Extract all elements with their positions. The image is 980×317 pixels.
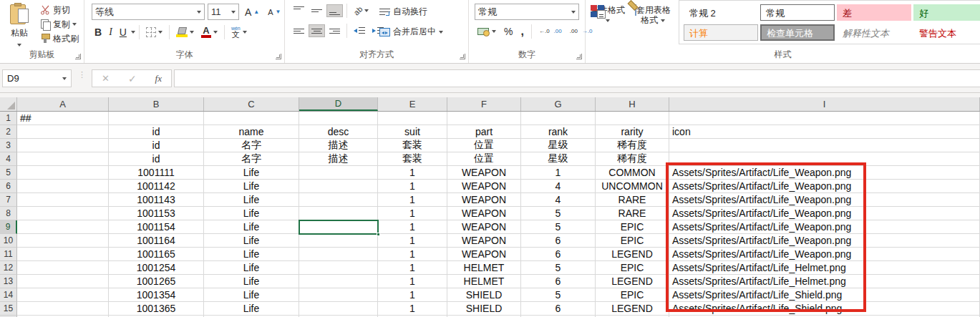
cell-G11[interactable]: 6	[521, 248, 596, 261]
style-chip-bad[interactable]: 差	[837, 4, 911, 21]
cell-A10[interactable]	[17, 234, 109, 248]
cell-G12[interactable]: 5	[521, 261, 596, 275]
format-painter-button[interactable]: 格式刷	[37, 31, 83, 46]
row-header-11[interactable]: 11	[0, 248, 17, 261]
cell-A11[interactable]	[17, 248, 109, 261]
cell-B15[interactable]: 1001365	[109, 302, 204, 316]
cell-G1[interactable]	[521, 112, 596, 125]
cell-E12[interactable]: 1	[378, 261, 447, 275]
row-header-6[interactable]: 6	[0, 180, 17, 193]
cell-E14[interactable]: 1	[378, 288, 447, 302]
cell-D10[interactable]	[299, 234, 378, 248]
cell-I2[interactable]: icon	[669, 125, 980, 139]
cell-F4[interactable]: 位置	[447, 152, 521, 166]
row-header-2[interactable]: 2	[0, 125, 17, 139]
increase-font-size-button[interactable]: A▲	[242, 4, 262, 20]
cell-C9[interactable]: Life	[204, 220, 299, 234]
column-header-I[interactable]: I	[669, 97, 980, 111]
cell-G10[interactable]: 6	[521, 234, 596, 248]
cell-B12[interactable]: 1001254	[109, 261, 204, 275]
cell-E5[interactable]: 1	[378, 166, 447, 180]
column-header-G[interactable]: G	[521, 97, 596, 111]
underline-caret-icon[interactable]	[131, 31, 135, 34]
row-header-15[interactable]: 15	[0, 302, 17, 316]
cell-H10[interactable]: EPIC	[596, 234, 669, 248]
copy-dropdown-caret-icon[interactable]	[72, 23, 77, 26]
style-chip-normal2[interactable]: 常规 2	[684, 4, 758, 21]
cell-I15[interactable]: Assets/Sprites/Artifact/Life_Shield.png	[669, 302, 980, 316]
cell-I1[interactable]	[669, 112, 980, 125]
cell-B11[interactable]: 1001165	[109, 248, 204, 261]
cell-F12[interactable]: HELMET	[447, 261, 521, 275]
cell-G9[interactable]: 5	[521, 220, 596, 234]
cell-I13[interactable]: Assets/Sprites/Artifact/Life_Helmet.png	[669, 275, 980, 288]
cell-A4[interactable]	[17, 152, 109, 166]
orientation-button[interactable]: ab	[351, 4, 372, 17]
cell-I10[interactable]: Assets/Sprites/Artifact/Life_Weapon.png	[669, 234, 980, 248]
style-chip-calculation[interactable]: 计算	[684, 24, 758, 41]
cell-B10[interactable]: 1001164	[109, 234, 204, 248]
font-color-button[interactable]: A	[198, 25, 220, 40]
cell-B6[interactable]: 1001142	[109, 180, 204, 193]
cell-I7[interactable]: Assets/Sprites/Artifact/Life_Weapon.png	[669, 193, 980, 207]
cell-I8[interactable]: Assets/Sprites/Artifact/Life_Weapon.png	[669, 207, 980, 220]
enter-icon[interactable]: ✓	[128, 73, 137, 84]
cell-H6[interactable]: UNCOMMON	[596, 180, 669, 193]
row-header-4[interactable]: 4	[0, 152, 17, 166]
row-header-8[interactable]: 8	[0, 207, 17, 220]
cell-E7[interactable]: 1	[378, 193, 447, 207]
row-header-1[interactable]: 1	[0, 112, 17, 125]
cell-E10[interactable]: 1	[378, 234, 447, 248]
cell-H8[interactable]: RARE	[596, 207, 669, 220]
cell-H2[interactable]: rarity	[596, 125, 669, 139]
row-header-13[interactable]: 13	[0, 275, 17, 288]
cell-A14[interactable]	[17, 288, 109, 302]
cell-D14[interactable]	[299, 288, 378, 302]
cell-B14[interactable]: 1001354	[109, 288, 204, 302]
cell-E13[interactable]: 1	[378, 275, 447, 288]
cell-G3[interactable]: 星级	[521, 139, 596, 152]
cell-G2[interactable]: rank	[521, 125, 596, 139]
cell-B2[interactable]: id	[109, 125, 204, 139]
cell-I9[interactable]: Assets/Sprites/Artifact/Life_Weapon.png	[669, 220, 980, 234]
cell-A1[interactable]: ##	[17, 112, 109, 125]
cell-F2[interactable]: part	[447, 125, 521, 139]
decrease-indent-button[interactable]	[351, 24, 368, 37]
paste-button[interactable]: 粘贴	[4, 3, 34, 53]
cell-D6[interactable]	[299, 180, 378, 193]
align-center-button[interactable]	[309, 24, 325, 37]
borders-button[interactable]	[143, 25, 165, 39]
cell-D1[interactable]	[299, 112, 378, 125]
cell-H14[interactable]: EPIC	[596, 288, 669, 302]
cell-C7[interactable]: Life	[204, 193, 299, 207]
cell-H4[interactable]: 稀有度	[596, 152, 669, 166]
cell-C4[interactable]: 名字	[204, 152, 299, 166]
column-header-D[interactable]: D	[299, 97, 378, 111]
cell-I3[interactable]	[669, 139, 980, 152]
copy-button[interactable]: 复制	[37, 17, 83, 31]
decrease-font-size-button[interactable]: A▼	[265, 6, 283, 19]
cell-B8[interactable]: 1001153	[109, 207, 204, 220]
cell-C5[interactable]: Life	[204, 166, 299, 180]
cell-F13[interactable]: HELMET	[447, 275, 521, 288]
style-chip-explanatory[interactable]: 解释性文本	[837, 24, 911, 41]
wrap-text-button[interactable]: 自动换行	[377, 4, 446, 20]
cell-H11[interactable]: LEGEND	[596, 248, 669, 261]
cell-E3[interactable]: 套装	[378, 139, 447, 152]
cell-H7[interactable]: RARE	[596, 193, 669, 207]
row-header-12[interactable]: 12	[0, 261, 17, 275]
row-header-9[interactable]: 9	[0, 220, 17, 234]
cell-F6[interactable]: WEAPON	[447, 180, 521, 193]
cell-F8[interactable]: WEAPON	[447, 207, 521, 220]
cell-H13[interactable]: LEGEND	[596, 275, 669, 288]
clipboard-dialog-launcher-icon[interactable]	[75, 54, 81, 59]
cell-F3[interactable]: 位置	[447, 139, 521, 152]
column-header-A[interactable]: A	[17, 97, 109, 111]
select-all-corner[interactable]	[0, 97, 17, 111]
cell-E15[interactable]: 1	[378, 302, 447, 316]
cell-E1[interactable]	[378, 112, 447, 125]
cell-H3[interactable]: 稀有度	[596, 139, 669, 152]
cell-H12[interactable]: EPIC	[596, 261, 669, 275]
cell-I5[interactable]: Assets/Sprites/Artifact/Life_Weapon.png	[669, 166, 980, 180]
cell-C15[interactable]: Life	[204, 302, 299, 316]
